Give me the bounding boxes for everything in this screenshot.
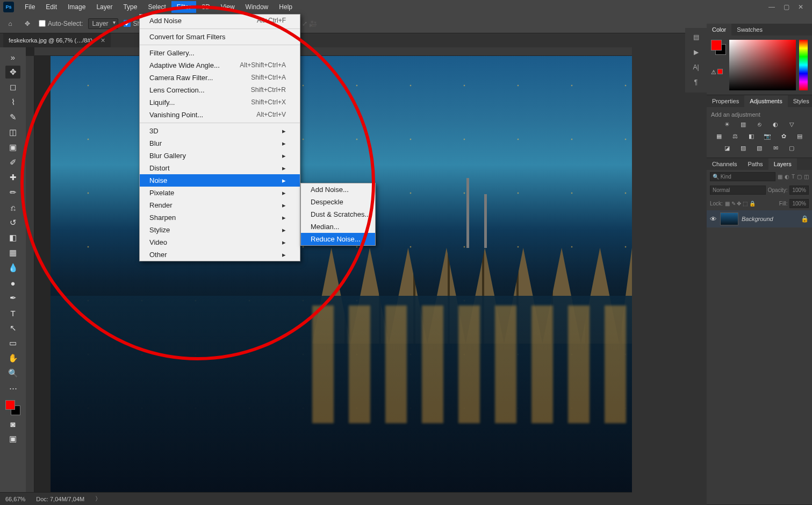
shape-tool[interactable]: ▭ xyxy=(5,337,20,350)
brush-tool[interactable]: ✏ xyxy=(5,186,20,199)
auto-select-target-dropdown[interactable]: Layer xyxy=(88,18,118,29)
menu-item-video[interactable]: Video▸ xyxy=(140,236,300,248)
posterize-icon[interactable]: ▨ xyxy=(738,145,748,153)
submenu-item[interactable]: Median... xyxy=(301,221,375,233)
tab-swatches[interactable]: Swatches xyxy=(731,24,768,35)
menu-item-sharpen[interactable]: Sharpen▸ xyxy=(140,211,300,224)
filter-shape-icon[interactable]: ▢ xyxy=(797,174,802,180)
zoom-tool[interactable]: 🔍 xyxy=(5,367,20,380)
zoom-level[interactable]: 66,67% xyxy=(5,496,25,502)
brightness-icon[interactable]: ☀ xyxy=(722,121,732,130)
filter-pixel-icon[interactable]: ▦ xyxy=(778,174,782,180)
menu-item-pixelate[interactable]: Pixelate▸ xyxy=(140,187,300,199)
menu-item[interactable]: Liquify...Shift+Ctrl+X xyxy=(140,96,300,109)
menu-recent-filter[interactable]: Add NoiseAlt+Ctrl+F xyxy=(140,15,300,27)
menu-item[interactable]: Adaptive Wide Angle...Alt+Shift+Ctrl+A xyxy=(140,59,300,72)
filter-smart-icon[interactable]: ◫ xyxy=(804,174,809,180)
path-select-tool[interactable]: ↖ xyxy=(5,322,20,335)
clone-stamp-tool[interactable]: ⎌ xyxy=(5,201,20,214)
close-tab-icon[interactable]: × xyxy=(100,36,105,45)
channel-mixer-icon[interactable]: ✿ xyxy=(779,133,788,141)
menu-window[interactable]: Window xyxy=(240,1,274,13)
maximize-button[interactable]: ▢ xyxy=(784,3,789,11)
color-field[interactable] xyxy=(729,40,796,90)
toolbox-collapse-icon[interactable]: » xyxy=(5,51,20,63)
blur-tool[interactable]: 💧 xyxy=(5,261,20,274)
tab-layers[interactable]: Layers xyxy=(768,158,797,170)
screen-mode-icon[interactable]: ▣ xyxy=(5,432,20,445)
menu-image[interactable]: Image xyxy=(62,1,91,13)
quick-mask-icon[interactable]: ◙ xyxy=(5,417,20,430)
home-icon[interactable]: ⌂ xyxy=(4,18,16,30)
color-lookup-icon[interactable]: ▤ xyxy=(795,133,804,141)
menu-type[interactable]: Type xyxy=(118,1,142,13)
type-tool[interactable]: T xyxy=(5,307,20,319)
submenu-item[interactable]: Dust & Scratches... xyxy=(301,208,375,221)
menu-item-3d[interactable]: 3D▸ xyxy=(140,125,300,137)
move-tool[interactable]: ✥ xyxy=(5,66,20,79)
char-panel-icon[interactable]: A| xyxy=(693,63,699,71)
menu-view[interactable]: View xyxy=(215,1,240,13)
document-canvas[interactable] xyxy=(51,56,632,492)
submenu-item[interactable]: Despeckle xyxy=(301,196,375,208)
threshold-icon[interactable]: ▧ xyxy=(754,145,764,153)
pen-tool[interactable]: ✒ xyxy=(5,291,20,304)
edit-toolbar-icon[interactable]: ⋯ xyxy=(5,382,20,395)
layer-row-background[interactable]: 👁 Background 🔒 xyxy=(707,210,812,227)
menu-item[interactable]: Vanishing Point...Alt+Ctrl+V xyxy=(140,109,300,121)
frame-tool[interactable]: ▣ xyxy=(5,141,20,154)
menu-item-other[interactable]: Other▸ xyxy=(140,248,300,261)
eyedropper-tool[interactable]: ✐ xyxy=(5,156,20,169)
tab-adjustments[interactable]: Adjustments xyxy=(744,95,788,107)
vertical-ruler[interactable] xyxy=(26,56,34,492)
close-window-button[interactable]: ✕ xyxy=(798,3,803,11)
tab-color[interactable]: Color xyxy=(707,24,731,35)
menu-layer[interactable]: Layer xyxy=(91,1,118,13)
menu-filter[interactable]: Filter xyxy=(171,1,197,13)
menu-item-render[interactable]: Render▸ xyxy=(140,199,300,211)
submenu-item[interactable]: Add Noise... xyxy=(301,183,375,196)
blend-mode-dropdown[interactable]: Normal xyxy=(710,186,766,195)
eraser-tool[interactable]: ◧ xyxy=(5,231,20,244)
opacity-field[interactable]: 100% xyxy=(789,186,809,195)
invert-icon[interactable]: ◪ xyxy=(722,145,732,153)
menu-select[interactable]: Select xyxy=(142,1,171,13)
layer-thumbnail[interactable] xyxy=(720,212,738,225)
auto-select-checkbox[interactable]: Auto-Select: xyxy=(39,20,83,27)
menu-item-blur-gallery[interactable]: Blur Gallery▸ xyxy=(140,150,300,162)
status-arrow-icon[interactable]: 〉 xyxy=(95,495,101,503)
healing-tool[interactable]: ✚ xyxy=(5,171,20,184)
minimize-button[interactable]: — xyxy=(768,3,775,11)
tab-properties[interactable]: Properties xyxy=(707,95,744,107)
doc-size[interactable]: Doc: 7,04M/7,04M xyxy=(36,496,84,502)
hand-tool[interactable]: ✋ xyxy=(5,352,20,365)
menu-item-stylize[interactable]: Stylize▸ xyxy=(140,224,300,236)
filter-type-icon[interactable]: T xyxy=(792,174,795,180)
menu-item-blur[interactable]: Blur▸ xyxy=(140,137,300,150)
hue-icon[interactable]: ▦ xyxy=(714,133,724,141)
dodge-tool[interactable]: ● xyxy=(5,276,20,289)
gradient-tool[interactable]: ▦ xyxy=(5,246,20,259)
menu-edit[interactable]: Edit xyxy=(40,1,62,13)
paragraph-panel-icon[interactable]: ¶ xyxy=(694,79,698,86)
history-panel-icon[interactable]: ▤ xyxy=(693,33,699,41)
play-icon[interactable]: ▶ xyxy=(694,48,699,56)
menu-item[interactable]: Camera Raw Filter...Shift+Ctrl+A xyxy=(140,72,300,84)
bw-icon[interactable]: ◧ xyxy=(746,133,756,141)
fg-bg-color-swatch[interactable] xyxy=(5,400,20,415)
menu-file[interactable]: File xyxy=(19,1,40,13)
color-balance-icon[interactable]: ⚖ xyxy=(730,133,740,141)
tab-styles[interactable]: Styles xyxy=(788,95,812,107)
color-fg-bg-swatch[interactable] xyxy=(711,40,726,55)
tab-channels[interactable]: Channels xyxy=(707,158,742,170)
fill-field[interactable]: 100% xyxy=(789,199,809,208)
exposure-icon[interactable]: ◐ xyxy=(771,121,780,130)
menu-item-distort[interactable]: Distort▸ xyxy=(140,162,300,174)
menu-item[interactable]: Filter Gallery... xyxy=(140,47,300,59)
menu-item[interactable]: Lens Correction...Shift+Ctrl+R xyxy=(140,84,300,96)
selective-color-icon[interactable]: ▢ xyxy=(787,145,796,153)
history-brush-tool[interactable]: ↺ xyxy=(5,216,20,229)
menu-help[interactable]: Help xyxy=(274,1,298,13)
photo-filter-icon[interactable]: 📷 xyxy=(763,133,772,141)
submenu-item[interactable]: Reduce Noise... xyxy=(301,233,375,245)
